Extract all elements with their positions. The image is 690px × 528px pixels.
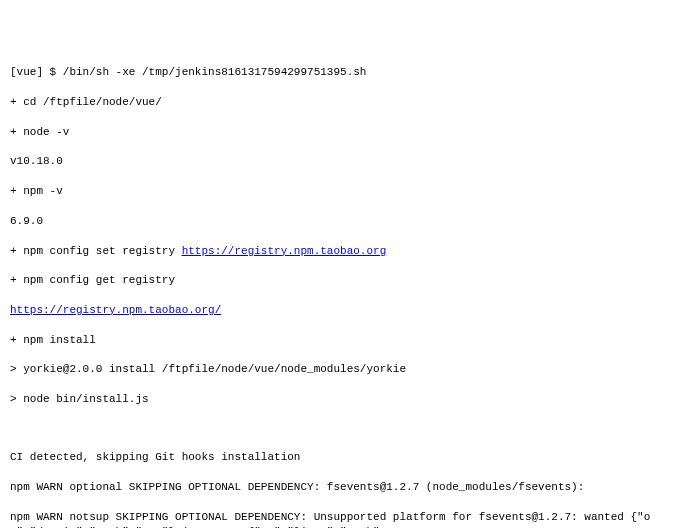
console-line: > yorkie@2.0.0 install /ftpfile/node/vue…: [10, 362, 680, 377]
blank-line: [10, 422, 680, 436]
console-line: + node -v: [10, 125, 680, 140]
console-line: CI detected, skipping Git hooks installa…: [10, 450, 680, 465]
console-line: + npm install: [10, 333, 680, 348]
console-line: v10.18.0: [10, 154, 680, 169]
console-line: + npm config set registry https://regist…: [10, 244, 680, 259]
console-line: https://registry.npm.taobao.org/: [10, 303, 680, 318]
console-line: + npm config get registry: [10, 273, 680, 288]
console-line: npm WARN notsup SKIPPING OPTIONAL DEPEND…: [10, 510, 680, 528]
console-line: > node bin/install.js: [10, 392, 680, 407]
registry-link[interactable]: https://registry.npm.taobao.org: [182, 245, 387, 257]
registry-link[interactable]: https://registry.npm.taobao.org/: [10, 304, 221, 316]
console-line: [vue] $ /bin/sh -xe /tmp/jenkins81613175…: [10, 65, 680, 80]
console-line: + npm -v: [10, 184, 680, 199]
console-line: 6.9.0: [10, 214, 680, 229]
console-text: + npm config set registry: [10, 245, 182, 257]
console-line: + cd /ftpfile/node/vue/: [10, 95, 680, 110]
console-line: npm WARN optional SKIPPING OPTIONAL DEPE…: [10, 480, 680, 495]
